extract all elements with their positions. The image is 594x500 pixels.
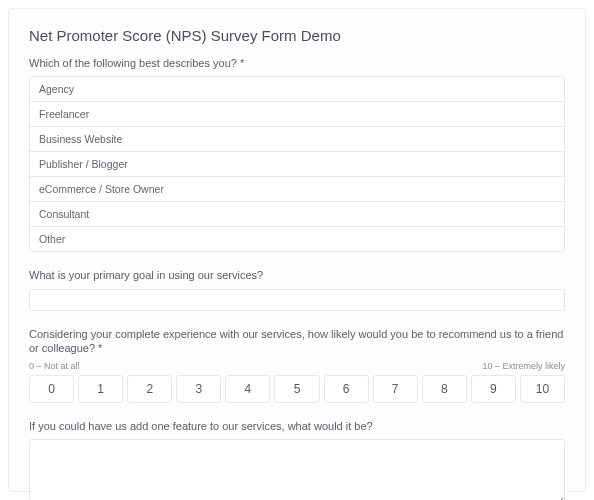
option-consultant[interactable]: Consultant (29, 201, 565, 227)
question-describes-you: Which of the following best describes yo… (29, 56, 565, 252)
scale-10[interactable]: 10 (520, 375, 565, 403)
scale-5[interactable]: 5 (274, 375, 319, 403)
feature-request-textarea[interactable] (29, 439, 565, 500)
scale-4[interactable]: 4 (225, 375, 270, 403)
option-freelancer[interactable]: Freelancer (29, 101, 565, 127)
option-agency[interactable]: Agency (29, 76, 565, 102)
scale-3[interactable]: 3 (176, 375, 221, 403)
scale-7[interactable]: 7 (373, 375, 418, 403)
question-feature-request: If you could have us add one feature to … (29, 419, 565, 500)
form-title: Net Promoter Score (NPS) Survey Form Dem… (29, 27, 565, 44)
scale-2[interactable]: 2 (127, 375, 172, 403)
scale-6[interactable]: 6 (324, 375, 369, 403)
primary-goal-input[interactable] (29, 289, 565, 311)
scale-hint-right: 10 – Extremely likely (482, 361, 565, 371)
question-recommend: Considering your complete experience wit… (29, 327, 565, 404)
question-label: Which of the following best describes yo… (29, 56, 565, 70)
option-ecommerce-store-owner[interactable]: eCommerce / Store Owner (29, 176, 565, 202)
scale-0[interactable]: 0 (29, 375, 74, 403)
scale-9[interactable]: 9 (471, 375, 516, 403)
question-label: What is your primary goal in using our s… (29, 268, 565, 282)
scale-hint-left: 0 – Not at all (29, 361, 80, 371)
question-label: Considering your complete experience wit… (29, 327, 565, 356)
question-primary-goal: What is your primary goal in using our s… (29, 268, 565, 310)
scale-hints: 0 – Not at all 10 – Extremely likely (29, 361, 565, 371)
scale-1[interactable]: 1 (78, 375, 123, 403)
option-business-website[interactable]: Business Website (29, 126, 565, 152)
option-other[interactable]: Other (29, 226, 565, 252)
question-label: If you could have us add one feature to … (29, 419, 565, 433)
option-publisher-blogger[interactable]: Publisher / Blogger (29, 151, 565, 177)
scale-row: 0 1 2 3 4 5 6 7 8 9 10 (29, 375, 565, 403)
options-list: Agency Freelancer Business Website Publi… (29, 76, 565, 252)
form-card: Net Promoter Score (NPS) Survey Form Dem… (8, 8, 586, 492)
scale-8[interactable]: 8 (422, 375, 467, 403)
